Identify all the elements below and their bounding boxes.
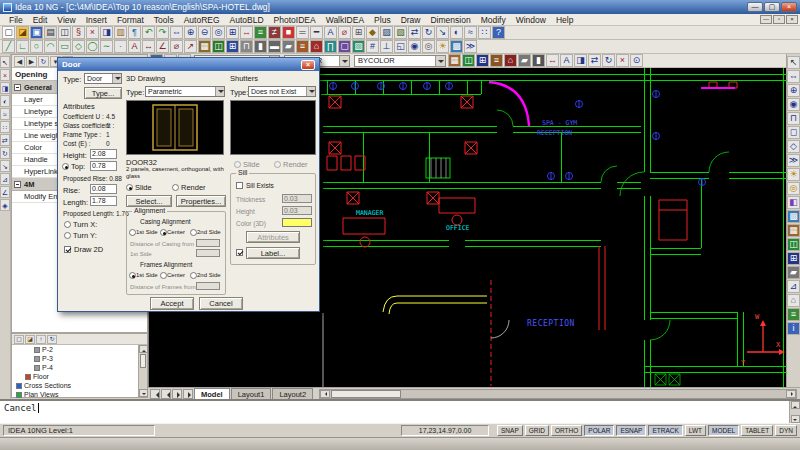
casing-1st-side-radio[interactable] <box>129 229 136 236</box>
mdi-close-button[interactable]: × <box>786 15 798 24</box>
tree-item-p-3[interactable]: P-3 <box>12 354 147 363</box>
toggle-grid[interactable]: GRID <box>525 425 549 436</box>
type-button[interactable]: Type... <box>84 87 122 99</box>
beam-tool-icon[interactable]: ▬ <box>268 40 281 53</box>
opening-tool-icon[interactable]: ⊓ <box>240 40 253 53</box>
toggle-tablet[interactable]: TABLET <box>741 425 773 436</box>
slab-tool-icon[interactable]: ▰ <box>282 40 295 53</box>
menu-autoreg[interactable]: AutoREG <box>179 15 225 25</box>
camera-icon[interactable]: ◎ <box>422 40 435 53</box>
save-file-icon[interactable]: ▣ <box>30 26 43 39</box>
table-style-icon[interactable]: ⊞ <box>352 26 365 39</box>
zoom-out-icon[interactable]: ⊖ <box>198 26 211 39</box>
fillet-strip-icon[interactable]: ∠ <box>0 186 10 198</box>
sill-color-swatch[interactable] <box>282 218 312 227</box>
draw-2d-checkbox[interactable] <box>64 246 71 253</box>
properties-button[interactable]: Properties... <box>176 195 226 207</box>
text-style-icon[interactable]: A <box>324 26 337 39</box>
door-tool-icon[interactable]: ◫ <box>212 40 225 53</box>
menu-tools[interactable]: Tools <box>149 15 179 25</box>
minimize-button[interactable]: — <box>747 2 763 12</box>
walk-through-icon[interactable]: ≫ <box>464 40 477 53</box>
wall-side-icon[interactable]: ▦ <box>787 224 800 237</box>
dialog-close-icon[interactable]: × <box>301 60 315 70</box>
array-icon[interactable]: ∷ <box>478 26 491 39</box>
door-side-icon[interactable]: ◫ <box>787 238 800 251</box>
toggle-etrack[interactable]: ETRACK <box>648 425 682 436</box>
dimension-quick-icon[interactable]: ↔ <box>546 54 559 67</box>
distance-icon[interactable]: ↔ <box>240 26 253 39</box>
explode-strip-icon[interactable]: ◈ <box>0 199 10 211</box>
toggle-snap[interactable]: SNAP <box>497 425 523 436</box>
window-quick-icon[interactable]: ⊞ <box>476 54 489 67</box>
toggle-model[interactable]: MODEL <box>708 425 739 436</box>
sun-light-icon[interactable]: ☀ <box>436 40 449 53</box>
toggle-lwt[interactable]: LWT <box>685 425 706 436</box>
casing-center-radio[interactable] <box>160 229 167 236</box>
render-radio[interactable] <box>172 184 179 191</box>
erase-quick-icon[interactable]: × <box>616 54 629 67</box>
pan-realtime-icon[interactable]: ⇔ <box>170 26 183 39</box>
menu-format[interactable]: Format <box>112 15 149 25</box>
height-field[interactable]: 2.08 <box>90 149 117 159</box>
cancel-button[interactable]: Cancel <box>199 297 243 310</box>
dim-radius-icon[interactable]: ⌀ <box>170 40 183 53</box>
toggle-polar[interactable]: POLAR <box>584 425 614 436</box>
zoom-window-icon[interactable]: ⊞ <box>226 26 239 39</box>
orbit-icon[interactable]: ◉ <box>408 40 421 53</box>
undo-icon[interactable]: ↶ <box>142 26 155 39</box>
dim-style-icon[interactable]: ⌀ <box>338 26 351 39</box>
column-quick-icon[interactable]: ▮ <box>532 54 545 67</box>
linetype-combo-arrow[interactable] <box>435 56 445 66</box>
length-field[interactable]: 1.78 <box>90 196 117 206</box>
menu-draw[interactable]: Draw <box>396 15 426 25</box>
circle-icon[interactable]: ○ <box>30 40 43 53</box>
polygon-icon[interactable]: ◇ <box>72 40 85 53</box>
zoom-extents-icon[interactable]: ◎ <box>212 26 225 39</box>
ucs-tool-icon[interactable]: ⊥ <box>380 40 393 53</box>
render-icon[interactable]: ▩ <box>450 40 463 53</box>
print-preview-icon[interactable]: ◫ <box>58 26 71 39</box>
top-view-icon[interactable]: ⊓ <box>787 112 800 125</box>
new-file-icon[interactable]: ▢ <box>2 26 15 39</box>
scroll-left-icon[interactable] <box>320 390 330 398</box>
orbit-view-icon[interactable]: ◉ <box>787 98 800 111</box>
rise-field[interactable]: 0.08 <box>90 184 117 194</box>
tree-item-p-2[interactable]: P-2 <box>12 345 147 354</box>
light-view-icon[interactable]: ◎ <box>787 182 800 195</box>
slab-side-icon[interactable]: ▰ <box>787 266 800 279</box>
grid-lines-icon[interactable]: # <box>366 40 379 53</box>
slab-quick-icon[interactable]: ▰ <box>518 54 531 67</box>
mirror-strip-icon[interactable]: ◐ <box>0 95 10 107</box>
walk-view-icon[interactable]: ≫ <box>787 154 800 167</box>
panel-refresh-icon[interactable]: ↻ <box>38 56 49 67</box>
layer-off-icon[interactable]: ≠ <box>268 26 281 39</box>
select-button[interactable]: Select... <box>126 195 172 207</box>
sill-exists-checkbox[interactable] <box>236 182 243 189</box>
menu-modify[interactable]: Modify <box>476 15 511 25</box>
match-properties-icon[interactable]: ¶ <box>128 26 141 39</box>
offset-strip-icon[interactable]: ≈ <box>0 108 10 120</box>
turn-y-radio[interactable] <box>64 232 71 239</box>
tree-scroll-thumb[interactable] <box>140 354 146 368</box>
tab-layout2[interactable]: Layout2 <box>272 388 313 400</box>
copy-icon[interactable]: ◨ <box>100 26 113 39</box>
space-tool-icon[interactable]: ▢ <box>338 40 351 53</box>
open-file-icon[interactable]: ◪ <box>16 26 29 39</box>
tree-open-icon[interactable]: ◪ <box>25 335 35 344</box>
menu-help[interactable]: Help <box>551 15 578 25</box>
command-text[interactable]: Cancel <box>4 403 37 413</box>
window-side-icon[interactable]: ⊞ <box>787 252 800 265</box>
tab-model[interactable]: Model <box>194 388 230 400</box>
array-strip-icon[interactable]: ∷ <box>0 121 10 133</box>
command-scrollbar[interactable] <box>789 401 800 423</box>
toggle-esnap[interactable]: ESNAP <box>616 425 646 436</box>
tab-nav-prev-icon[interactable] <box>161 389 171 399</box>
color-control-icon[interactable]: ■ <box>282 26 295 39</box>
top-radio[interactable] <box>62 163 69 170</box>
layers-icon[interactable]: ≡ <box>254 26 267 39</box>
door-dialog-titlebar[interactable]: Door × <box>58 58 319 71</box>
tree-item-cross-sections[interactable]: Cross Sections <box>12 381 147 390</box>
panel-back-icon[interactable]: ◀ <box>14 56 25 67</box>
stair-tool-icon[interactable]: ≡ <box>296 40 309 53</box>
